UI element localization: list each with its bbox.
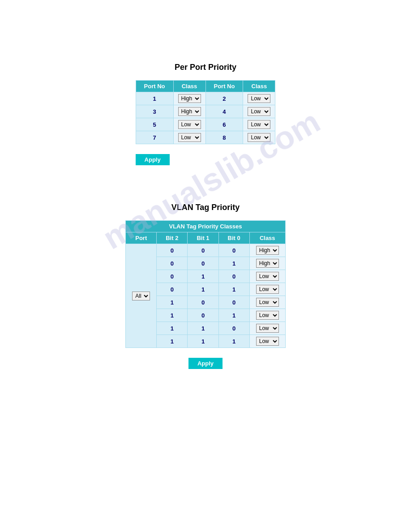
vlan-bit1-0: 0 — [188, 244, 218, 257]
port-no-1: 1 — [136, 92, 173, 105]
vlan-bit2-6: 1 — [157, 322, 188, 335]
per-port-apply-button[interactable]: Apply — [136, 154, 170, 165]
vlan-port-select[interactable]: All12345678 — [132, 292, 150, 300]
vlan-bit0-1: 1 — [218, 257, 249, 270]
vlan-bit2-5: 1 — [157, 309, 188, 322]
class-select-7[interactable]: HighLow — [178, 133, 201, 142]
vlan-class-cell-5[interactable]: HighLow — [249, 309, 285, 322]
vlan-apply-button[interactable]: Apply — [188, 358, 223, 369]
vlan-bit2-0: 0 — [157, 244, 188, 257]
vlan-table: VLAN Tag Priority Classes Port Bit 2 Bit… — [125, 220, 286, 348]
vlan-class-cell-4[interactable]: HighLow — [249, 296, 285, 309]
vlan-class-select-0[interactable]: HighLow — [256, 246, 279, 255]
vlan-class-cell-1[interactable]: HighLow — [249, 257, 285, 270]
vlan-bit2-3: 0 — [157, 283, 188, 296]
vlan-col-header-row: Port Bit 2 Bit 1 Bit 0 Class — [126, 232, 286, 244]
vlan-bit0-4: 0 — [218, 296, 249, 309]
class-select-5[interactable]: HighLow — [178, 120, 201, 129]
class-select-1[interactable]: HighLow — [178, 94, 201, 103]
class-select-cell-8[interactable]: HighLow — [243, 131, 275, 144]
vlan-bit0-6: 0 — [218, 322, 249, 335]
vlan-bit1-5: 0 — [188, 309, 218, 322]
vlan-class-select-1[interactable]: HighLow — [256, 259, 279, 268]
class-select-cell-2[interactable]: HighLow — [243, 92, 275, 105]
class-select-cell-7[interactable]: HighLow — [173, 131, 206, 144]
vlan-col-port: Port — [126, 232, 157, 244]
per-port-header-row: Port No Class Port No Class — [136, 81, 275, 92]
vlan-bit2-2: 0 — [157, 270, 188, 283]
header-port-no-1: Port No — [136, 81, 173, 92]
class-select-cell-3[interactable]: HighLow — [173, 105, 206, 118]
vlan-bit0-2: 0 — [218, 270, 249, 283]
vlan-table-title-row: VLAN Tag Priority Classes — [126, 221, 286, 232]
class-select-6[interactable]: HighLow — [248, 120, 270, 129]
class-select-cell-5[interactable]: HighLow — [173, 118, 206, 131]
class-select-4[interactable]: HighLow — [248, 107, 270, 116]
header-class-1: Class — [173, 81, 206, 92]
vlan-class-cell-7[interactable]: HighLow — [249, 335, 285, 348]
vlan-class-cell-0[interactable]: HighLow — [249, 244, 285, 257]
vlan-class-select-7[interactable]: HighLow — [256, 337, 279, 346]
vlan-bit2-7: 1 — [157, 335, 188, 348]
vlan-bit2-4: 1 — [157, 296, 188, 309]
vlan-class-cell-6[interactable]: HighLow — [249, 322, 285, 335]
port-no-5: 5 — [136, 118, 173, 131]
per-port-section: Per Port Priority Port No Class Port No … — [136, 63, 276, 167]
vlan-table-title: VLAN Tag Priority Classes — [126, 221, 286, 232]
vlan-class-select-6[interactable]: HighLow — [256, 324, 279, 333]
vlan-class-select-4[interactable]: HighLow — [256, 298, 279, 307]
vlan-class-select-3[interactable]: HighLow — [256, 285, 279, 294]
vlan-bit1-6: 1 — [188, 322, 218, 335]
vlan-section: VLAN Tag Priority VLAN Tag Priority Clas… — [125, 203, 286, 371]
port-no-3: 3 — [136, 105, 173, 118]
port-no-6: 6 — [206, 118, 243, 131]
header-port-no-2: Port No — [206, 81, 243, 92]
class-select-cell-6[interactable]: HighLow — [243, 118, 275, 131]
per-port-row-0: 1HighLow2HighLow — [136, 92, 275, 105]
vlan-row-0: All12345678000HighLow — [126, 244, 286, 257]
vlan-class-select-2[interactable]: HighLow — [256, 272, 279, 281]
per-port-title: Per Port Priority — [136, 63, 276, 72]
class-select-3[interactable]: HighLow — [178, 107, 201, 116]
class-select-8[interactable]: HighLow — [248, 133, 270, 142]
class-select-cell-4[interactable]: HighLow — [243, 105, 275, 118]
per-port-row-3: 7HighLow8HighLow — [136, 131, 275, 144]
vlan-col-bit2: Bit 2 — [157, 232, 188, 244]
vlan-bit1-4: 0 — [188, 296, 218, 309]
vlan-class-select-5[interactable]: HighLow — [256, 311, 279, 320]
vlan-bit2-1: 0 — [157, 257, 188, 270]
per-port-row-1: 3HighLow4HighLow — [136, 105, 275, 118]
vlan-class-cell-2[interactable]: HighLow — [249, 270, 285, 283]
vlan-title: VLAN Tag Priority — [171, 203, 240, 212]
port-no-2: 2 — [206, 92, 243, 105]
port-no-8: 8 — [206, 131, 243, 144]
port-no-4: 4 — [206, 105, 243, 118]
class-select-2[interactable]: HighLow — [248, 94, 270, 103]
vlan-col-class: Class — [249, 232, 285, 244]
vlan-bit1-7: 1 — [188, 335, 218, 348]
vlan-bit1-1: 0 — [188, 257, 218, 270]
vlan-bit0-7: 1 — [218, 335, 249, 348]
vlan-col-bit0: Bit 0 — [218, 232, 249, 244]
port-no-7: 7 — [136, 131, 173, 144]
vlan-col-bit1: Bit 1 — [188, 232, 218, 244]
per-port-table: Port No Class Port No Class 1HighLow2Hig… — [136, 80, 276, 144]
class-select-cell-1[interactable]: HighLow — [173, 92, 206, 105]
page-wrapper: Per Port Priority Port No Class Port No … — [0, 0, 411, 371]
vlan-port-cell[interactable]: All12345678 — [126, 244, 157, 348]
header-class-2: Class — [243, 81, 275, 92]
vlan-bit0-0: 0 — [218, 244, 249, 257]
vlan-bit0-3: 1 — [218, 283, 249, 296]
vlan-bit0-5: 1 — [218, 309, 249, 322]
per-port-row-2: 5HighLow6HighLow — [136, 118, 275, 131]
vlan-bit1-2: 1 — [188, 270, 218, 283]
vlan-class-cell-3[interactable]: HighLow — [249, 283, 285, 296]
vlan-bit1-3: 1 — [188, 283, 218, 296]
